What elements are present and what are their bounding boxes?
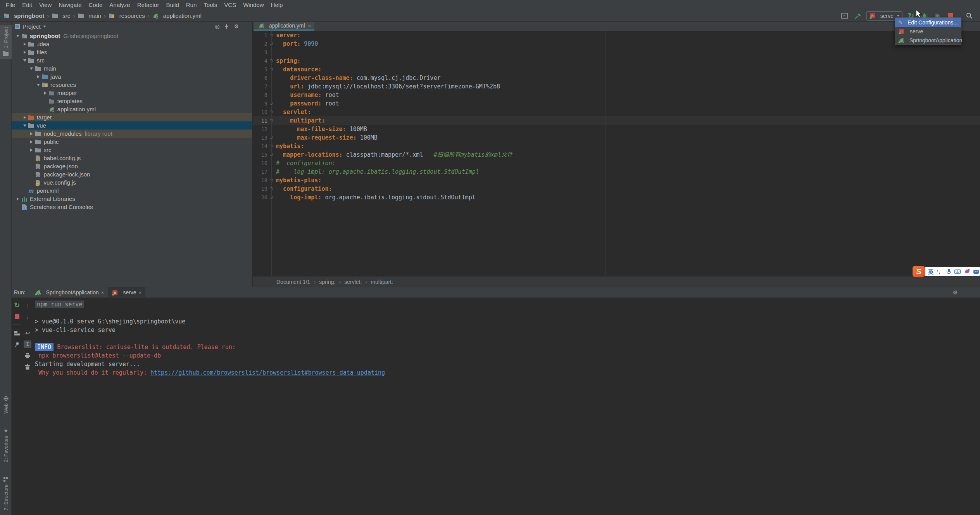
breadcrumb-item-src[interactable]: src <box>52 12 70 19</box>
stripe-button-1-project[interactable]: 1: Project <box>0 25 12 59</box>
fold-marker-icon[interactable] <box>270 196 273 199</box>
settings-gear-icon[interactable]: ⚙ <box>952 289 958 296</box>
run-tab-springbootapplication[interactable]: SpringbootApplication× <box>31 287 108 298</box>
run-tab-serve[interactable]: nserve× <box>108 287 145 298</box>
ime-punctuation-mode[interactable]: ’， <box>937 268 943 275</box>
fold-marker-icon[interactable] <box>270 136 273 139</box>
down-stack-trace-icon[interactable]: ↓ <box>24 313 31 320</box>
tree-item-resources[interactable]: resources <box>12 81 252 89</box>
chevron-collapsed-icon[interactable] <box>30 149 33 152</box>
code-line-6[interactable]: 6 driver-class-name: com.mysql.cj.jdbc.D… <box>253 74 980 82</box>
skin-icon[interactable] <box>964 269 970 274</box>
tree-item-babel-config-js[interactable]: JSbabel.config.js <box>12 154 252 162</box>
chevron-collapsed-icon[interactable] <box>37 75 40 78</box>
code-line-13[interactable]: 13 max-request-size: 100MB <box>253 133 980 142</box>
chevron-collapsed-icon[interactable] <box>24 51 26 54</box>
chevron-collapsed-icon[interactable] <box>44 92 47 95</box>
code-line-17[interactable]: 17# log-impl: org.apache.ibatis.logging.… <box>253 168 980 176</box>
tree-item-src[interactable]: src <box>12 146 252 154</box>
menu-item-code[interactable]: Code <box>85 0 106 10</box>
chevron-down-icon[interactable] <box>43 26 46 28</box>
menu-item-refactor[interactable]: Refactor <box>134 0 163 10</box>
menu-item-navigate[interactable]: Navigate <box>55 0 85 10</box>
fold-marker-icon[interactable] <box>270 179 273 181</box>
microphone-icon[interactable] <box>946 269 951 275</box>
up-stack-trace-icon[interactable]: ↑ <box>24 301 31 309</box>
tree-item-files[interactable]: files <box>12 48 252 56</box>
run-tool-window-icon[interactable] <box>840 11 849 21</box>
menu-item-help[interactable]: Help <box>267 0 286 10</box>
menu-item-vcs[interactable]: VCS <box>221 0 240 10</box>
tree-item--idea[interactable]: .idea <box>12 40 252 48</box>
run-console[interactable]: npm run serve> vue@0.1.0 serve G:\shejin… <box>34 298 980 515</box>
yaml-breadcrumb-3[interactable]: multipart: <box>371 279 393 285</box>
chevron-expanded-icon[interactable] <box>23 124 26 127</box>
yaml-breadcrumb-0[interactable]: Document 1/1 <box>276 279 310 285</box>
fold-marker-icon[interactable] <box>270 34 273 36</box>
sogou-logo[interactable]: S <box>913 266 925 277</box>
fold-marker-icon[interactable] <box>270 111 273 113</box>
close-icon[interactable]: × <box>139 290 142 296</box>
code-line-11[interactable]: 11 multipart: <box>253 116 980 125</box>
chevron-collapsed-icon[interactable] <box>24 116 26 119</box>
soft-wrap-icon[interactable]: ↩ <box>24 329 31 337</box>
settings-gear-icon[interactable]: ⚙ <box>234 23 239 29</box>
fold-marker-icon[interactable] <box>270 42 273 45</box>
collapse-all-icon[interactable] <box>224 24 229 29</box>
chevron-expanded-icon[interactable] <box>23 59 26 62</box>
fold-marker-icon[interactable] <box>270 119 273 122</box>
fold-marker-icon[interactable] <box>270 68 273 71</box>
code-area[interactable]: 1server:2 port: 909034spring:5 datasourc… <box>253 31 980 276</box>
tree-item-templates[interactable]: templates <box>12 97 252 105</box>
code-line-3[interactable]: 3 <box>253 48 980 57</box>
restore-layout-icon[interactable] <box>13 329 21 337</box>
menu-item-view[interactable]: View <box>36 0 55 10</box>
chevron-collapsed-icon[interactable] <box>30 140 33 143</box>
tree-item-package-lock-json[interactable]: {}package-lock.json <box>12 170 252 178</box>
tree-item-java[interactable]: java <box>12 73 252 81</box>
code-line-14[interactable]: 14mybatis: <box>253 142 980 150</box>
print-icon[interactable] <box>24 352 31 359</box>
fold-marker-icon[interactable] <box>270 145 273 147</box>
code-line-2[interactable]: 2 port: 9090 <box>253 40 980 48</box>
tree-item-public[interactable]: public <box>12 138 252 146</box>
yaml-breadcrumb-1[interactable]: spring: <box>319 279 335 285</box>
code-line-1[interactable]: 1server: <box>253 31 980 40</box>
ime-language-mode[interactable]: 英 <box>928 268 933 275</box>
code-line-20[interactable]: 20 log-impl: org.apache.ibatis.logging.s… <box>253 193 980 202</box>
tree-item-pom-xml[interactable]: mpom.xml <box>12 187 252 195</box>
chevron-expanded-icon[interactable] <box>37 84 40 86</box>
hide-panel-icon[interactable]: — <box>968 289 974 296</box>
menu-item-file[interactable]: File <box>2 0 19 10</box>
code-line-19[interactable]: 19 configuration: <box>253 185 980 193</box>
stripe-button-7-structure[interactable]: 7: Structure <box>0 474 12 513</box>
chevron-expanded-icon[interactable] <box>30 67 33 70</box>
stop-icon[interactable] <box>13 313 21 320</box>
tree-item-springboot[interactable]: springbootG:\shejing\springboot <box>12 32 252 40</box>
rerun-icon[interactable]: ↻ <box>13 301 21 309</box>
menu-item-analyze[interactable]: Analyze <box>106 0 133 10</box>
close-icon[interactable]: × <box>308 23 311 29</box>
fold-marker-icon[interactable] <box>270 187 273 190</box>
tree-item-src[interactable]: src <box>12 56 252 64</box>
breadcrumb-item-resources[interactable]: resources <box>109 12 145 19</box>
code-line-9[interactable]: 9 password: root <box>253 99 980 108</box>
dropdown-item-springbootapplication[interactable]: SpringbootApplication <box>895 36 961 45</box>
code-line-18[interactable]: 18mybatis-plus: <box>253 176 980 185</box>
tree-item-node_modules[interactable]: node_moduleslibrary root <box>12 130 252 138</box>
project-panel-title[interactable]: Project <box>22 23 41 30</box>
tree-item-scratches-and-consoles[interactable]: Scratches and Consoles <box>12 203 252 211</box>
dropdown-item-edit-configurations-[interactable]: ✎Edit Configurations... <box>895 18 961 27</box>
fold-marker-icon[interactable] <box>270 102 273 105</box>
code-line-10[interactable]: 10 servlet: <box>253 108 980 116</box>
pin-icon[interactable] <box>13 340 21 348</box>
tree-item-target[interactable]: target <box>12 113 252 121</box>
tree-item-package-json[interactable]: {}package.json <box>12 162 252 170</box>
dropdown-item-serve[interactable]: nserve <box>895 27 961 36</box>
code-line-15[interactable]: 15 mapper-locations: classpath:mapper/*.… <box>253 150 980 159</box>
close-icon[interactable]: × <box>101 290 104 296</box>
code-line-4[interactable]: 4spring: <box>253 57 980 65</box>
search-everywhere-icon[interactable] <box>964 11 974 21</box>
fold-marker-icon[interactable] <box>270 153 273 156</box>
tree-item-vue-config-js[interactable]: JSvue.config.js <box>12 178 252 187</box>
